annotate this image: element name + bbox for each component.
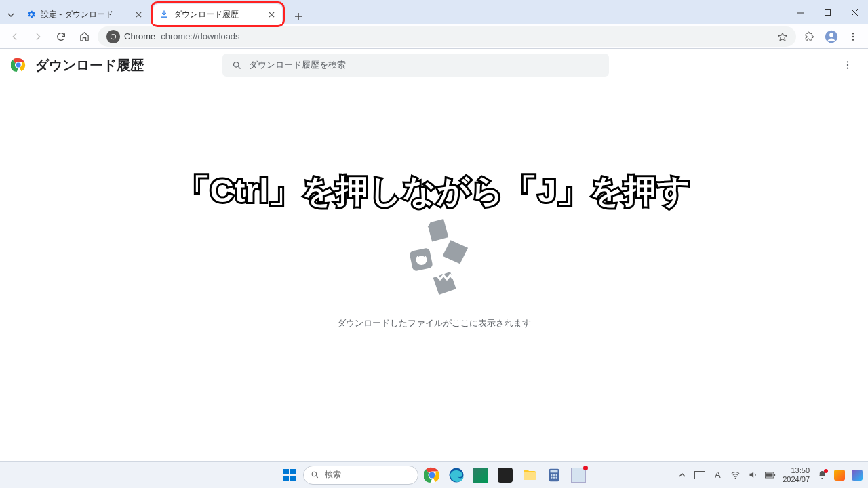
downloads-content: 「Ctrl」を押しながら「J」を押す ダウンロードしたファイルがここに表示されま…: [0, 81, 868, 461]
taskbar-app-generic-3[interactable]: [568, 464, 589, 486]
close-icon: [136, 12, 142, 18]
svg-point-5: [829, 33, 833, 37]
svg-point-12: [234, 62, 239, 67]
bookmark-button[interactable]: [777, 31, 788, 42]
gear-icon: [26, 9, 37, 20]
taskbar-app-calculator[interactable]: [543, 464, 565, 486]
tab-title: 設定 - ダウンロード: [41, 9, 129, 20]
nav-forward-button[interactable]: [28, 27, 47, 46]
tab-close-button[interactable]: [266, 9, 277, 20]
svg-point-7: [852, 35, 854, 37]
svg-rect-28: [551, 470, 558, 472]
extensions-area: [800, 27, 863, 46]
puzzle-icon: [804, 30, 816, 42]
start-button[interactable]: [279, 464, 300, 486]
star-icon: [777, 31, 788, 42]
chrome-icon: [424, 467, 440, 483]
window-minimize-button[interactable]: [787, 1, 814, 23]
home-icon: [79, 30, 90, 42]
svg-point-14: [847, 64, 848, 66]
taskbar-app-explorer[interactable]: [519, 464, 540, 486]
reload-icon: [56, 31, 66, 42]
new-tab-button[interactable]: [290, 8, 307, 24]
empty-state-message: ダウンロードしたファイルがここに表示されます: [0, 317, 868, 329]
tray-volume-button[interactable]: [747, 470, 758, 481]
taskbar-app-chrome[interactable]: [421, 464, 443, 486]
calculator-icon: [547, 468, 561, 483]
edge-icon: [448, 467, 465, 483]
omnibox[interactable]: Chrome chrome://downloads: [98, 26, 796, 47]
omnibox-url: chrome://downloads: [161, 31, 239, 41]
clock-time: 13:50: [783, 466, 810, 475]
tray-input-mode[interactable]: A: [712, 470, 723, 481]
search-icon: [311, 470, 319, 479]
taskbar-search[interactable]: 検索: [303, 466, 418, 485]
chevron-down-icon: [7, 12, 14, 18]
nav-reload-button[interactable]: [52, 27, 71, 46]
window-controls: [787, 0, 868, 24]
minimize-icon: [797, 9, 804, 16]
downloads-menu-button[interactable]: [838, 56, 857, 75]
tray-app-1[interactable]: [834, 470, 845, 481]
folder-icon: [521, 467, 538, 483]
close-icon: [269, 12, 275, 18]
tab-close-button[interactable]: [133, 9, 144, 20]
svg-point-33: [553, 476, 555, 478]
tab-settings-downloads[interactable]: 設定 - ダウンロード: [20, 4, 149, 24]
window-maximize-button[interactable]: [814, 1, 841, 23]
arrow-left-icon: [9, 31, 20, 42]
site-chip: Chrome: [106, 29, 155, 44]
svg-rect-19: [290, 469, 296, 474]
windows-icon: [283, 468, 296, 482]
tray-wifi-button[interactable]: [730, 470, 741, 481]
system-tray: A 13:50 2024/07: [677, 466, 863, 483]
tray-clock[interactable]: 13:50 2024/07: [783, 466, 810, 483]
keyboard-icon: [694, 471, 705, 479]
taskbar-app-generic-2[interactable]: [494, 464, 516, 486]
download-icon: [159, 9, 170, 20]
svg-rect-26: [524, 472, 536, 480]
windows-taskbar: 検索 A 13:50 2024/07: [0, 461, 868, 488]
svg-point-30: [553, 474, 555, 475]
svg-rect-35: [695, 471, 705, 479]
search-placeholder: ダウンロード履歴を検索: [249, 59, 346, 71]
tray-overflow-button[interactable]: [677, 470, 688, 481]
browser-tab-strip: 設定 - ダウンロード ダウンロード履歴: [0, 0, 868, 24]
downloads-search-box[interactable]: ダウンロード履歴を検索: [222, 54, 609, 77]
chrome-menu-button[interactable]: [844, 27, 863, 46]
svg-point-22: [312, 472, 317, 476]
tray-notifications-button[interactable]: [816, 470, 827, 481]
window-close-button[interactable]: [841, 1, 868, 23]
kebab-icon: [842, 60, 853, 70]
taskbar-app-edge[interactable]: [446, 464, 467, 486]
profile-button[interactable]: [822, 27, 841, 46]
search-icon: [232, 60, 242, 70]
taskbar-app-generic-1[interactable]: [470, 464, 492, 486]
nav-home-button[interactable]: [75, 27, 94, 46]
extensions-button[interactable]: [800, 27, 819, 46]
tabs-dropdown-button[interactable]: [4, 5, 18, 24]
svg-point-34: [555, 476, 557, 478]
empty-state-illustration: [393, 217, 475, 298]
svg-point-15: [847, 67, 848, 68]
svg-point-31: [555, 474, 557, 475]
chevron-up-icon: [679, 472, 686, 479]
battery-icon: [765, 471, 776, 479]
svg-rect-38: [774, 474, 776, 476]
tray-battery-button[interactable]: [765, 470, 776, 481]
svg-point-13: [847, 61, 848, 62]
tray-ime-button[interactable]: [694, 470, 705, 481]
svg-point-24: [429, 472, 435, 478]
avatar-icon: [825, 30, 838, 43]
browser-toolbar: Chrome chrome://downloads: [0, 24, 868, 49]
nav-back-button[interactable]: [5, 27, 24, 46]
svg-rect-39: [766, 473, 773, 476]
tray-app-2[interactable]: [852, 470, 863, 481]
wifi-icon: [730, 470, 741, 480]
chrome-icon: [106, 29, 121, 44]
tab-download-history[interactable]: ダウンロード履歴: [153, 4, 282, 24]
taskbar-search-placeholder: 検索: [325, 469, 341, 481]
tab-title: ダウンロード履歴: [174, 9, 262, 20]
svg-rect-0: [825, 9, 830, 15]
svg-rect-20: [283, 476, 289, 481]
